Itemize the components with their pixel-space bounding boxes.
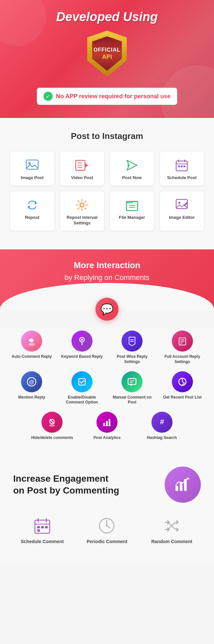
svg-rect-48 (103, 423, 105, 426)
interaction-grid-row3: Hide/delete comments Post Analytics # (28, 412, 186, 441)
post-analytics-item[interactable]: Post Analytics (83, 412, 131, 441)
schedule-post-label: Schedule Post (167, 175, 197, 181)
developed-title: Developed Using (7, 10, 207, 24)
svg-rect-13 (178, 166, 180, 167)
video-post-icon (75, 158, 89, 172)
schedule-post-icon (174, 158, 189, 172)
full-account-item[interactable]: Full Account Reply Settings (161, 331, 204, 364)
svg-rect-15 (183, 166, 185, 167)
random-comment-label: Random Comment (151, 539, 192, 544)
no-review-banner: ✓ No APP review required for personal us… (37, 88, 177, 105)
recent-post-label: Get Recent Post List (163, 395, 201, 400)
svg-marker-56 (186, 477, 190, 480)
svg-rect-61 (37, 526, 40, 528)
video-post-label: Video Post (71, 175, 93, 181)
repost-settings-icon (75, 198, 89, 212)
features-grid-row2: Repost Repost Interval Settings File (10, 191, 204, 231)
post-wise-icon (121, 331, 143, 352)
svg-rect-64 (37, 529, 40, 532)
random-comment-item[interactable]: Random Comment (143, 516, 201, 544)
repost-label: Repost (25, 215, 40, 220)
schedule-comment-label: Schedule Comment (21, 539, 64, 544)
feature-schedule-post[interactable]: Schedule Post (160, 151, 204, 186)
repost-icon (25, 198, 40, 212)
section-engagement: Increase Engagement on Post by Commentin… (0, 453, 214, 564)
keyword-reply-label: Keyword Based Reply (61, 354, 103, 359)
feature-file-manager[interactable]: File Manager (110, 191, 154, 231)
checkmark-icon: ✓ (43, 92, 53, 101)
shield-icon: OFFICIAL API (87, 31, 127, 77)
mention-reply-icon: @ (21, 371, 42, 392)
periodic-comment-item[interactable]: Periodic Comment (78, 516, 136, 544)
shield-api-text: API (102, 54, 112, 60)
svg-point-47 (49, 424, 55, 426)
shield-inner: OFFICIAL API (92, 36, 122, 71)
shield-official-text: OFFICIAL (94, 47, 120, 53)
hide-delete-label: Hide/delete comments (31, 435, 73, 441)
interaction-subtitle: by Replying on Comments (65, 273, 149, 282)
recent-post-icon (172, 371, 193, 392)
svg-rect-63 (45, 526, 48, 528)
feature-image-post[interactable]: Image Post (10, 151, 55, 186)
periodic-comment-label: Periodic Comment (87, 539, 127, 544)
no-review-text: No APP review required for personal use (56, 93, 171, 100)
section-interaction: More Interaction by Replying on Comments… (0, 249, 214, 454)
schedule-comment-icon (32, 516, 52, 536)
svg-marker-41 (130, 384, 132, 386)
schedule-comment-item[interactable]: Schedule Comment (13, 516, 71, 544)
image-post-label: Image Post (21, 175, 43, 181)
comment-types-grid: Schedule Comment Periodic Comment (13, 516, 201, 557)
manual-comment-icon (121, 371, 143, 392)
svg-point-68 (106, 525, 108, 526)
engagement-icon-circle (165, 467, 201, 503)
interaction-grid-row1: Auto Comment Reply Keyword Based Reply (10, 331, 204, 364)
hashtag-search-label: Hashtag Search (147, 435, 177, 441)
interaction-body: Auto Comment Reply Keyword Based Reply (0, 327, 214, 453)
feature-video-post[interactable]: Video Post (60, 151, 105, 186)
mention-reply-item[interactable]: @ Mention Reply (10, 371, 54, 405)
feature-repost-interval[interactable]: Repost Interval Settings (60, 191, 105, 231)
keyword-reply-item[interactable]: Keyword Based Reply (60, 331, 104, 364)
section-post: Post to Instagram Image Post (0, 118, 214, 249)
keyword-reply-icon (71, 331, 93, 352)
periodic-comment-icon (97, 516, 117, 536)
auto-comment-reply-item[interactable]: Auto Comment Reply (10, 331, 54, 364)
svg-point-1 (28, 162, 31, 165)
chat-bubble-icon: 💬 (100, 303, 114, 315)
manual-comment-item[interactable]: Manual Comment on Post (110, 371, 154, 405)
interaction-grid-row2: @ Mention Reply Enable/Disable Comment O… (10, 371, 204, 405)
svg-rect-14 (181, 166, 183, 167)
engagement-content: Increase Engagement on Post by Commentin… (13, 467, 201, 503)
hide-delete-item[interactable]: Hide/delete comments (28, 412, 76, 441)
svg-marker-3 (85, 163, 88, 168)
interaction-title-line1: More Interaction (74, 260, 140, 270)
hashtag-search-item[interactable]: # Hashtag Search (138, 412, 186, 441)
enable-disable-item[interactable]: Enable/Disable Comment Option (60, 371, 104, 405)
file-manager-label: File Manager (119, 215, 145, 220)
svg-rect-0 (26, 160, 38, 169)
engagement-title-line2: on Post by Commenting (13, 485, 119, 495)
feature-repost[interactable]: Repost (10, 191, 55, 231)
svg-point-16 (80, 203, 84, 207)
feature-image-editor[interactable]: Image Editor (160, 191, 204, 231)
svg-point-25 (29, 339, 31, 342)
image-editor-label: Image Editor (169, 215, 195, 220)
recent-post-item[interactable]: Get Recent Post List (161, 371, 204, 405)
engagement-title-line1: Increase Engagement (13, 473, 108, 484)
shield-container: OFFICIAL API (87, 31, 127, 77)
features-grid-row1: Image Post Video Post Pos (10, 151, 204, 186)
feature-post-now[interactable]: Post Now (110, 151, 154, 186)
post-analytics-label: Post Analytics (94, 435, 120, 441)
enable-disable-icon (71, 371, 93, 392)
post-now-label: Post Now (122, 175, 142, 181)
file-manager-icon (125, 198, 139, 212)
random-comment-icon (162, 516, 182, 536)
mention-reply-label: Mention Reply (18, 395, 45, 400)
svg-rect-54 (180, 482, 182, 491)
svg-rect-53 (175, 486, 178, 491)
repost-interval-label: Repost Interval Settings (64, 215, 101, 226)
section-developed: Developed Using OFFICIAL API ✓ No APP re… (0, 0, 214, 118)
svg-rect-50 (109, 419, 110, 426)
svg-point-28 (81, 339, 83, 341)
post-wise-item[interactable]: Post Wise Reply Settings (110, 331, 154, 364)
